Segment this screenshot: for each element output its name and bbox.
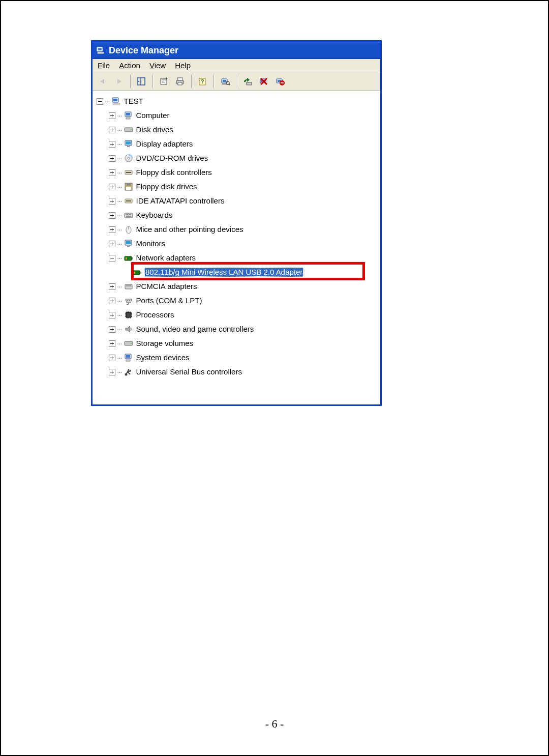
expand-icon[interactable] [109, 141, 115, 148]
expand-icon[interactable] [109, 241, 115, 247]
expand-icon[interactable] [109, 298, 115, 304]
toolbar-divider [236, 75, 237, 88]
menu-help[interactable]: Help [175, 61, 191, 70]
tree-connector: ··· [117, 182, 122, 191]
svg-rect-62 [132, 257, 133, 259]
node-label: Monitors [136, 239, 166, 248]
node-label: System devices [136, 353, 190, 362]
collapse-icon[interactable] [109, 255, 115, 261]
computer-icon [123, 110, 134, 121]
expand-icon[interactable] [109, 326, 115, 333]
sound-icon [123, 324, 134, 335]
processor-icon [123, 309, 134, 321]
print-button[interactable] [173, 74, 188, 89]
expand-icon[interactable] [109, 312, 115, 318]
svg-rect-58 [126, 241, 131, 244]
svg-rect-67 [126, 285, 131, 286]
pcmcia-icon [123, 281, 134, 292]
svg-rect-50 [126, 214, 127, 215]
tree-node-ide-controllers[interactable]: ··· IDE ATA/ATAPI controllers [95, 194, 378, 208]
expand-icon[interactable] [109, 198, 115, 205]
svg-rect-10 [177, 78, 182, 80]
expand-icon[interactable] [109, 355, 115, 361]
tree-node-display-adapters[interactable]: ··· Display adapters [95, 137, 378, 151]
tree-node-pcmcia[interactable]: ··· PCMCIA adapters [95, 279, 378, 294]
root-label: TEST [124, 97, 143, 105]
expand-icon[interactable] [109, 340, 115, 347]
menu-view[interactable]: View [149, 61, 166, 70]
device-manager-icon [96, 45, 106, 55]
tree-root[interactable]: ··· TEST [95, 94, 378, 108]
expand-icon[interactable] [109, 184, 115, 190]
port-icon [123, 295, 134, 306]
expand-icon[interactable] [109, 112, 115, 119]
tree-node-sound-video[interactable]: ··· Sound, video and game controllers [95, 322, 378, 336]
svg-rect-28 [281, 82, 284, 83]
forward-button[interactable] [112, 74, 127, 89]
tree-node-computer[interactable]: ··· Computer [95, 108, 378, 123]
titlebar[interactable]: Device Manager [93, 42, 380, 59]
svg-point-36 [130, 129, 131, 130]
collapse-icon[interactable] [97, 98, 103, 105]
tree-connector: ··· [117, 339, 122, 347]
tree-node-processors[interactable]: ··· Processors [95, 308, 378, 322]
node-label: Display adapters [136, 139, 193, 148]
svg-rect-52 [129, 214, 130, 215]
expand-icon[interactable] [109, 283, 115, 290]
svg-point-68 [127, 300, 128, 301]
tree-node-monitors[interactable]: ··· Monitors [95, 237, 378, 251]
expand-icon[interactable] [109, 226, 115, 233]
tree-node-system-devices[interactable]: ··· System devices [95, 351, 378, 365]
menu-file[interactable]: File [98, 61, 110, 70]
node-label: Computer [136, 111, 170, 120]
svg-rect-39 [127, 146, 130, 147]
mouse-icon [123, 224, 134, 235]
tree-node-mice[interactable]: ··· Mice and other pointing devices [95, 222, 378, 237]
tree-node-network-adapters[interactable]: ··· Network adapters [95, 251, 378, 265]
page-number: - 6 - [0, 717, 549, 731]
svg-rect-31 [113, 103, 120, 105]
tree-connector: ··· [117, 282, 122, 290]
tree-connector: ··· [117, 325, 122, 333]
system-device-icon [123, 352, 134, 363]
node-label-selected: 802.11b/g Mini Wireless LAN USB 2.0 Adap… [144, 268, 303, 276]
tree-node-ports[interactable]: ··· Ports (COM & LPT) [95, 294, 378, 308]
expand-icon[interactable] [109, 127, 115, 133]
computer-root-icon [111, 96, 122, 107]
back-button[interactable] [96, 74, 111, 89]
device-tree[interactable]: ··· TEST ··· Computer ··· Disk drives [93, 91, 380, 404]
toolbar-divider [191, 75, 192, 88]
expand-icon[interactable] [109, 212, 115, 219]
svg-rect-48 [126, 200, 131, 201]
properties-button[interactable] [157, 74, 172, 89]
tree-node-storage-volumes[interactable]: ··· Storage volumes [95, 336, 378, 351]
scan-hardware-button[interactable] [218, 74, 233, 89]
update-driver-button[interactable] [240, 74, 255, 89]
expand-icon[interactable] [109, 369, 115, 375]
tree-node-floppy-drives[interactable]: ··· Floppy disk drives [95, 180, 378, 194]
disable-button[interactable] [272, 74, 288, 89]
tree-node-usb-controllers[interactable]: ··· Universal Serial Bus controllers [95, 365, 378, 379]
svg-rect-59 [127, 246, 130, 247]
svg-rect-86 [126, 355, 130, 358]
uninstall-button[interactable] [256, 74, 271, 89]
node-label: Mice and other pointing devices [136, 225, 243, 234]
help-button[interactable]: ? [195, 74, 210, 89]
expand-icon[interactable] [109, 155, 115, 162]
tree-node-disk-drives[interactable]: ··· Disk drives [95, 123, 378, 137]
show-hide-tree-button[interactable] [134, 74, 149, 89]
expand-icon[interactable] [109, 169, 115, 176]
svg-rect-87 [126, 360, 130, 361]
tree-node-dvd-cd[interactable]: ··· DVD/CD-ROM drives [95, 151, 378, 165]
svg-rect-49 [125, 213, 133, 218]
toolbar-divider [130, 75, 131, 88]
disk-drive-icon [123, 124, 134, 135]
svg-rect-20 [247, 82, 252, 85]
tree-node-floppy-controllers[interactable]: ··· Floppy disk controllers [95, 165, 378, 180]
monitor-icon [123, 238, 134, 249]
tree-node-keyboards[interactable]: ··· Keyboards [95, 208, 378, 222]
tree-node-selected-adapter[interactable]: 802.11b/g Mini Wireless LAN USB 2.0 Adap… [95, 265, 378, 279]
menu-action[interactable]: Action [119, 61, 140, 70]
tree-connector: ··· [105, 97, 110, 105]
node-label: Keyboards [136, 211, 173, 219]
